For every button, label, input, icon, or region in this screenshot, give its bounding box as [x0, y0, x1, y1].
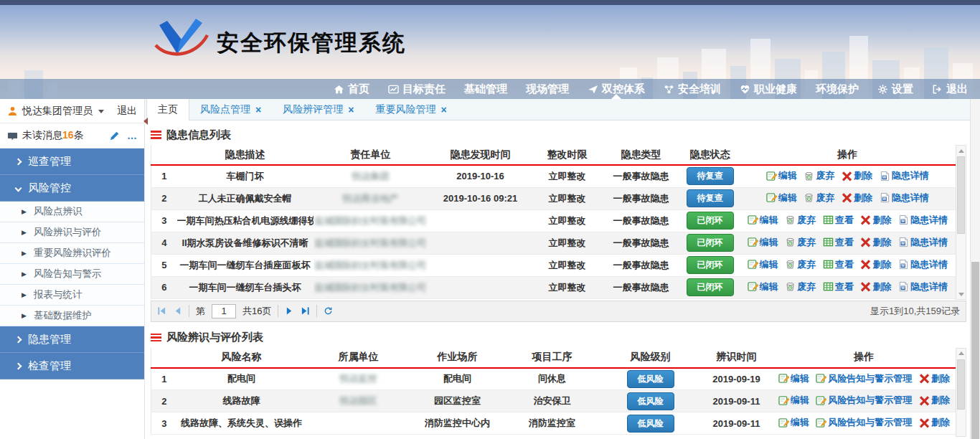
- tab-risk-point[interactable]: 风险点管理 ×: [189, 99, 272, 120]
- tab-major-risk[interactable]: 重要风险管理 ×: [364, 99, 457, 120]
- page-scrollbar[interactable]: [970, 99, 980, 439]
- sidebar-subitem[interactable]: ▶ 重要风险辨识评价: [0, 243, 144, 264]
- delete-link[interactable]: 删除: [919, 372, 950, 385]
- hazard-table-scrollbar[interactable]: [956, 145, 966, 300]
- sidebar-subitem[interactable]: ▶ 风险告知与警示: [0, 264, 144, 285]
- discard-link[interactable]: 废弃: [785, 280, 816, 293]
- column-header: 所属单位: [306, 348, 411, 368]
- discard-link[interactable]: 废弃: [785, 236, 816, 249]
- edit-link[interactable]: 编辑: [766, 192, 797, 204]
- nav-item-training[interactable]: 安全培训: [654, 79, 730, 99]
- first-page-button[interactable]: [157, 306, 166, 316]
- nav-item-basic[interactable]: 基础管理: [455, 79, 517, 99]
- edit-link[interactable]: 编辑: [778, 372, 809, 385]
- nav-item-target[interactable]: 目标责任: [379, 79, 455, 99]
- cell-found-time: 2019-10-16 09:21: [428, 187, 533, 209]
- nav-item-home[interactable]: 首页: [324, 79, 379, 99]
- delete-link[interactable]: 删除: [842, 192, 872, 204]
- close-icon[interactable]: ×: [440, 105, 446, 115]
- page-input[interactable]: [212, 304, 236, 318]
- sidebar-logout-link[interactable]: 退出: [117, 105, 137, 118]
- refresh-button[interactable]: [324, 306, 333, 316]
- delete-link[interactable]: 删除: [860, 280, 891, 293]
- nav-item-environment[interactable]: 环境保护: [806, 79, 868, 99]
- view-link[interactable]: 查看: [823, 236, 854, 249]
- triangle-right-icon: ▶: [22, 208, 27, 215]
- delete-link[interactable]: 删除: [919, 394, 950, 407]
- notice-link[interactable]: 风险告知与警示管理: [816, 372, 912, 385]
- discard-link[interactable]: 废弃: [804, 192, 834, 204]
- scrollbar-thumb[interactable]: [957, 359, 965, 410]
- next-page-button[interactable]: [285, 306, 294, 316]
- delete-link[interactable]: 删除: [919, 416, 950, 429]
- edit-link[interactable]: 编辑: [766, 169, 797, 182]
- sidebar-subitem[interactable]: ▶ 基础数据维护: [0, 306, 144, 326]
- tab-risk-eval[interactable]: 风险辨评管理 ×: [272, 99, 364, 120]
- view-link[interactable]: 查看: [823, 214, 854, 227]
- detail-link[interactable]: W隐患详情: [880, 169, 929, 182]
- detail-link[interactable]: W隐患详情: [898, 236, 948, 249]
- company-logo: [153, 15, 210, 65]
- cell-work-place: 消防监控中心内: [411, 412, 504, 435]
- detail-link[interactable]: W隐患详情: [880, 192, 929, 204]
- delete-link[interactable]: 删除: [860, 214, 891, 227]
- user-icon: [7, 105, 18, 116]
- triangle-right-icon: ▶: [22, 312, 27, 319]
- sidebar-item-patrol[interactable]: 巡查管理: [0, 148, 144, 175]
- page-scrollbar-thumb[interactable]: [971, 262, 979, 439]
- nav-item-site[interactable]: 现场管理: [517, 79, 578, 99]
- discard-link[interactable]: 废弃: [804, 169, 834, 182]
- detail-link[interactable]: W隐患详情: [898, 280, 948, 293]
- edit-link[interactable]: 编辑: [748, 236, 778, 249]
- notice-link[interactable]: 风险告知与警示管理: [816, 394, 912, 407]
- prev-page-button[interactable]: [173, 306, 182, 316]
- edit-link[interactable]: 编辑: [748, 258, 778, 271]
- cell-operations: 编辑 风险告知与警示管理 删除: [773, 390, 956, 412]
- user-name[interactable]: 悦达集团管理员: [22, 105, 93, 118]
- nav-item-settings[interactable]: 设置: [868, 79, 923, 99]
- risk-table-scrollbar[interactable]: [956, 348, 966, 437]
- detail-link[interactable]: W隐患详情: [898, 214, 948, 227]
- delete-link[interactable]: 删除: [860, 236, 891, 249]
- discard-link[interactable]: 废弃: [785, 258, 816, 271]
- sidebar-item-risk-control[interactable]: 风险管控: [0, 175, 144, 202]
- cell-hazard-desc: 一期车间热压粘合机电源线绷得较紧: [177, 209, 314, 232]
- nav-item-health[interactable]: 职业健康: [730, 79, 806, 99]
- nav-item-dual-control[interactable]: 双控体系: [578, 79, 654, 99]
- sidebar-item-hazard[interactable]: 隐患管理: [0, 326, 144, 353]
- more-dots-icon[interactable]: …: [127, 130, 137, 141]
- nav-item-logout[interactable]: 退出: [923, 79, 977, 99]
- cell-identify-time: 2019-09-19: [701, 368, 773, 390]
- edit-link[interactable]: 编辑: [778, 416, 809, 429]
- edit-link[interactable]: 编辑: [748, 214, 778, 227]
- unread-messages-label[interactable]: 未读消息16条: [22, 129, 84, 142]
- pencil-icon[interactable]: [109, 131, 120, 141]
- sidebar-subitem[interactable]: ▶ 风险点辨识: [0, 202, 144, 222]
- delete-link[interactable]: 删除: [842, 169, 872, 182]
- notice-link[interactable]: 风险告知与警示管理: [816, 416, 912, 429]
- detail-link[interactable]: W隐患详情: [898, 258, 948, 271]
- cell-operations: 编辑 废弃 查看 删除 W隐患详情: [740, 209, 956, 232]
- close-icon[interactable]: ×: [255, 105, 261, 115]
- scrollbar-thumb[interactable]: [957, 156, 965, 234]
- edit-icon: [816, 395, 826, 406]
- last-page-button[interactable]: [301, 306, 310, 316]
- view-link[interactable]: 查看: [823, 258, 854, 271]
- tab-home[interactable]: 主页: [146, 99, 189, 121]
- scroll-up-icon[interactable]: [956, 349, 966, 359]
- view-link[interactable]: 查看: [823, 280, 854, 293]
- close-icon[interactable]: ×: [348, 105, 354, 115]
- sidebar-collapse-arrow-icon[interactable]: [143, 118, 148, 125]
- cell-type: 一般事故隐患: [602, 276, 681, 298]
- delete-link[interactable]: 删除: [860, 258, 891, 271]
- sidebar-item-inspection[interactable]: 检查管理: [0, 353, 144, 379]
- edit-link[interactable]: 编辑: [778, 394, 809, 407]
- caret-down-icon[interactable]: [98, 110, 104, 113]
- sidebar-subitem[interactable]: ▶ 报表与统计: [0, 285, 144, 306]
- sidebar-subitem[interactable]: ▶ 风险辨识与评价: [0, 222, 144, 243]
- discard-link[interactable]: 废弃: [785, 214, 816, 227]
- scroll-up-icon[interactable]: [956, 146, 966, 156]
- svg-text:W: W: [901, 220, 905, 224]
- edit-link[interactable]: 编辑: [748, 280, 778, 293]
- scroll-down-icon[interactable]: [956, 289, 966, 299]
